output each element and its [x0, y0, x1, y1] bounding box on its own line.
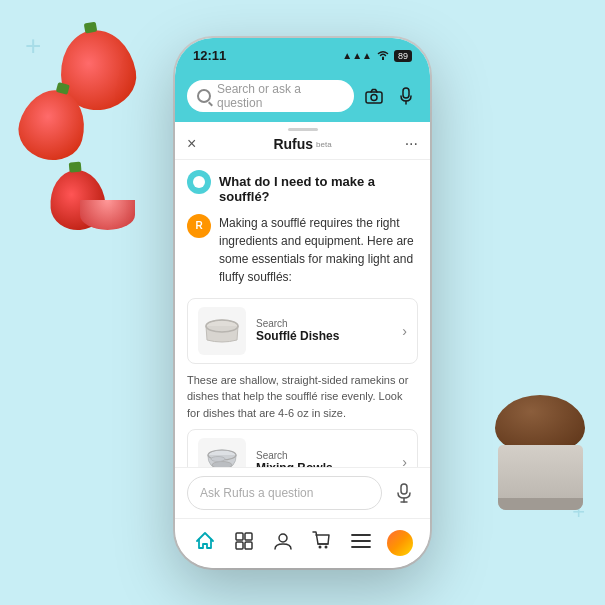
product-1-search-label: Search — [256, 318, 402, 329]
nav-item-all[interactable] — [342, 519, 381, 568]
product-1-info: Search Soufflé Dishes — [256, 318, 402, 343]
svg-point-25 — [319, 545, 322, 548]
search-input-area[interactable]: Search or ask a question — [187, 80, 354, 112]
search-bar-icons — [362, 84, 418, 108]
nav-item-home[interactable] — [185, 519, 224, 568]
rufus-title-group: Rufus beta — [273, 136, 331, 152]
svg-rect-17 — [401, 484, 407, 494]
svg-rect-23 — [245, 542, 252, 549]
tiles-icon — [234, 531, 254, 556]
strawberry-decoration — [10, 30, 165, 250]
ask-input-box[interactable]: Ask Rufus a question — [187, 476, 382, 510]
search-icon — [197, 89, 211, 103]
svg-rect-21 — [245, 533, 252, 540]
rufus-avatar: R — [187, 214, 211, 238]
user-question: What do I need to make a soufflé? — [219, 170, 418, 204]
mixing-bowl-image — [198, 438, 246, 467]
product-1-description: These are shallow, straight-sided rameki… — [187, 372, 418, 422]
phone-frame: 12:11 ▲▲▲ 89 Search or ask a question — [175, 38, 430, 568]
profile-circle — [387, 530, 413, 556]
souffle-body — [498, 445, 583, 510]
product-2-chevron: › — [402, 454, 407, 467]
signal-icon: ▲▲▲ — [342, 50, 372, 61]
ask-input-area: Ask Rufus a question — [175, 467, 430, 518]
product-card-souffle-dishes[interactable]: Search Soufflé Dishes › — [187, 298, 418, 364]
beta-badge: beta — [316, 140, 332, 149]
status-icons: ▲▲▲ 89 — [342, 50, 412, 62]
nav-item-account[interactable] — [263, 519, 302, 568]
product-card-mixing-bowls[interactable]: Search Mixing Bowls › — [187, 429, 418, 467]
nav-item-menu[interactable] — [224, 519, 263, 568]
battery-icon: 89 — [394, 50, 412, 62]
svg-rect-0 — [366, 92, 382, 103]
user-avatar-inner — [193, 176, 205, 188]
nav-item-profile[interactable] — [381, 519, 420, 568]
svg-rect-22 — [236, 542, 243, 549]
cart-icon — [312, 531, 332, 556]
status-time: 12:11 — [193, 48, 226, 63]
ai-intro-text: Making a soufflé requires the right ingr… — [219, 214, 418, 286]
user-avatar — [187, 170, 211, 194]
svg-point-24 — [279, 534, 287, 542]
drag-handle — [288, 128, 318, 131]
more-options-button[interactable]: ··· — [405, 135, 418, 153]
home-icon — [195, 531, 215, 556]
rufus-title: Rufus — [273, 136, 313, 152]
user-message: What do I need to make a soufflé? — [187, 170, 418, 204]
svg-point-9 — [211, 457, 225, 462]
profile-icon — [387, 530, 413, 556]
microphone-icon[interactable] — [394, 84, 418, 108]
svg-rect-20 — [236, 533, 243, 540]
ask-placeholder: Ask Rufus a question — [200, 486, 313, 500]
close-button[interactable]: × — [187, 135, 196, 153]
ai-message: R Making a soufflé requires the right in… — [187, 214, 418, 286]
strawberry-half — [80, 200, 135, 230]
hamburger-icon — [351, 533, 371, 554]
svg-point-1 — [371, 94, 377, 100]
souffle-top — [495, 395, 585, 450]
search-placeholder: Search or ask a question — [217, 82, 344, 110]
amazon-search-bar: Search or ask a question — [175, 74, 430, 122]
product-2-search-label: Search — [256, 450, 402, 461]
status-bar: 12:11 ▲▲▲ 89 — [175, 38, 430, 74]
svg-point-26 — [325, 545, 328, 548]
souffle-dish-image — [198, 307, 246, 355]
wifi-icon — [376, 50, 390, 62]
chat-content: What do I need to make a soufflé? R Maki… — [175, 160, 430, 467]
product-1-name: Soufflé Dishes — [256, 329, 402, 343]
camera-icon[interactable] — [362, 84, 386, 108]
account-icon — [273, 531, 293, 556]
souffle-decoration — [485, 395, 595, 525]
product-2-info: Search Mixing Bowls — [256, 450, 402, 467]
ask-mic-button[interactable] — [390, 479, 418, 507]
nav-item-cart[interactable] — [303, 519, 342, 568]
svg-rect-2 — [403, 88, 409, 98]
bottom-nav — [175, 518, 430, 568]
product-1-chevron: › — [402, 323, 407, 339]
rufus-header: × Rufus beta ··· — [175, 122, 430, 160]
